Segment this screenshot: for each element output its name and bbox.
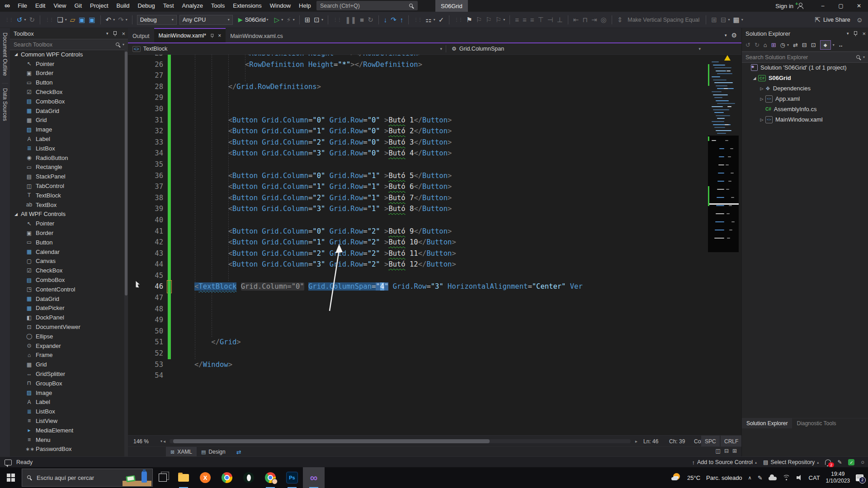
menu-item-tools[interactable]: Tools [207,0,229,12]
toolbox-search-input[interactable]: Search Toolbox ▾ [10,39,128,50]
menu-item-project[interactable]: Project [86,0,112,12]
zoom-icon[interactable]: ◎ [600,16,607,23]
toolbox-item-canvas[interactable]: ▢Canvas [10,257,124,266]
toolbox-item-image[interactable]: ▨Image [10,388,124,398]
quick-search-box[interactable]: Search (Ctrl+Q) [316,1,418,10]
expander-icon[interactable]: ▷ [759,97,764,101]
toolbox-item-checkbox[interactable]: ☑CheckBox [10,266,124,275]
toolbox-item-button[interactable]: ▭Button [10,78,124,87]
toolbox-item-datagrid[interactable]: ▦DataGrid [10,294,124,304]
tree-item-mainwindow-xaml[interactable]: ▷<>MainWindow.xaml [742,114,868,125]
breadcrumb-element-combo[interactable]: <> TextBlock ▾ [128,43,446,54]
toolbox-item-documentviewer[interactable]: ⊡DocumentViewer [10,322,124,332]
split-horizontal-icon[interactable]: ⊟ [724,448,729,454]
start-button[interactable] [0,467,22,488]
menu-item-build[interactable]: Build [113,0,134,12]
chevron-down-icon[interactable]: ▾ [725,33,727,38]
new-window-icon[interactable]: ⊞ [304,16,311,23]
toolbox-item-textblock[interactable]: TTextBlock [10,191,124,200]
align-left-icon[interactable]: ≡ [514,16,519,23]
close-button[interactable]: ✕ [850,0,868,12]
toolbox-item-combobox[interactable]: ▤ComboBox [10,97,124,106]
toolbox-item-textbox[interactable]: abTextBox [10,200,124,210]
add-to-source-control-button[interactable]: ↑ Add to Source Control ▴ [692,459,757,466]
switch-views-icon[interactable]: ⊞ [771,42,776,48]
solution-search-input[interactable]: Search Solution Explorer ▾ [742,52,868,63]
xml-comment-icon[interactable]: ⚏ [425,16,432,23]
menu-item-extensions[interactable]: Extensions [229,0,266,12]
pause-icon[interactable]: ❚❚ [344,16,357,23]
spacing-icon[interactable]: ⇕ [617,16,623,23]
restart-icon[interactable]: ↻ [367,16,374,23]
toolbox-item-pointer[interactable]: ↖Pointer [10,59,124,69]
menu-item-git[interactable]: Git [70,0,86,12]
document-tab-mainwindow-xaml-cs[interactable]: MainWindow.xaml.cs [226,30,288,42]
sync-selection-icon[interactable]: ◆ [820,40,831,50]
overflow-icon[interactable]: ⠤ [839,42,843,48]
keyboard-language[interactable]: CAT [809,474,820,481]
toolbox-item-listbox[interactable]: ≣ListBox [10,407,124,416]
grid-icon[interactable]: ▦ [733,16,740,23]
taskbar-app-file-explorer[interactable] [173,467,194,488]
navigate-forward-icon[interactable]: ↻ [29,16,36,23]
taskbar-app-photoshop[interactable]: Ps [281,467,303,488]
configuration-select[interactable]: Debug▾ [137,15,177,25]
code-editor[interactable]: 25 <RowDefinition Height="*"></RowDefini… [128,54,741,435]
pin-icon[interactable] [113,31,117,36]
platform-select[interactable]: Any CPU▾ [179,15,233,25]
save-icon[interactable]: ▣ [78,16,85,23]
status-spc[interactable]: SPC [701,436,720,447]
home-icon[interactable]: ⌂ [764,42,767,48]
toolbox-item-grid[interactable]: ▦Grid [10,360,124,369]
taskbar-search-box[interactable]: Escriu aquí per cercar [22,469,153,487]
toolbox-item-grid[interactable]: ▦Grid [10,116,124,125]
tab-diagnostic-tools[interactable]: Diagnostic Tools [792,418,840,428]
expander-icon[interactable]: ▷ [759,86,764,91]
pen-tray-icon[interactable]: ✎ [758,474,763,481]
bookmark-prev-icon[interactable]: ⚐ [476,16,482,23]
horizontal-scrollbar[interactable] [170,439,631,443]
toolbox-item-checkbox[interactable]: ☑CheckBox [10,87,124,97]
toolbox-item-listview[interactable]: ≡ListView [10,416,124,426]
expand-pane-icon[interactable]: ⊞ [732,448,737,454]
tree-item-solution-s06grid-1-of-1-project-[interactable]: ◆Solution 'S06Grid' (1 of 1 project) [742,62,868,73]
close-icon[interactable]: × [218,33,221,39]
maximize-button[interactable]: ▢ [832,0,850,12]
sync-with-active-document-icon[interactable]: ⇄ [793,42,798,48]
toolbox-item-image[interactable]: ▨Image [10,125,124,134]
toolbox-item-dockpanel[interactable]: ◧DockPanel [10,313,124,322]
toolbox-item-listbox[interactable]: ≣ListBox [10,144,124,153]
close-icon[interactable]: × [122,30,125,37]
split-vertical-icon[interactable]: ◫ [716,448,721,454]
onedrive-cloud-icon[interactable] [769,477,777,480]
menu-item-file[interactable]: File [14,0,31,12]
select-repository-button[interactable]: ▤ Select Repository ▴ [763,459,819,465]
volume-icon[interactable] [797,475,803,480]
document-tab-output[interactable]: Output [128,30,154,42]
toolbox-item-border[interactable]: ▣Border [10,69,124,78]
toolbox-item-frame[interactable]: ⌂Frame [10,351,124,360]
toolbox-item-label[interactable]: ALabel [10,134,124,144]
toolbox-scrollbar[interactable] [124,50,128,456]
tab-data-sources[interactable]: Data Sources [2,83,8,126]
tab-document-outline[interactable]: Document Outline [2,28,8,80]
minimap[interactable] [705,54,741,435]
sign-in-button[interactable]: Sign in [775,3,793,9]
toolbox-item-mediaelement[interactable]: ▸MediaElement [10,426,124,435]
preview-window-icon[interactable]: ⊡ [313,16,320,23]
notifications-bell-button[interactable]: 2 [825,460,831,465]
hidden-icons-chevron[interactable]: ∧ [748,475,752,481]
expander-icon[interactable]: ◢ [752,76,757,80]
wifi-icon[interactable] [783,475,791,481]
bookmark-next-icon[interactable]: ⚐ [485,16,492,23]
same-size-icon[interactable]: ⊓ [582,16,588,23]
profiler-icon[interactable]: ⚡ [286,16,292,23]
taskbar-app-chrome-profile[interactable] [259,467,281,488]
minimize-button[interactable]: – [814,0,832,12]
weather-desc[interactable]: Parc. soleado [706,474,742,481]
taskbar-app-chrome[interactable] [216,467,238,488]
menu-item-edit[interactable]: Edit [31,0,49,12]
gear-icon[interactable]: ⚙ [731,32,737,39]
toolbox-item-groupbox[interactable]: ⊓GroupBox [10,379,124,388]
taskbar-app-visual-studio[interactable]: ∞ [303,467,325,488]
